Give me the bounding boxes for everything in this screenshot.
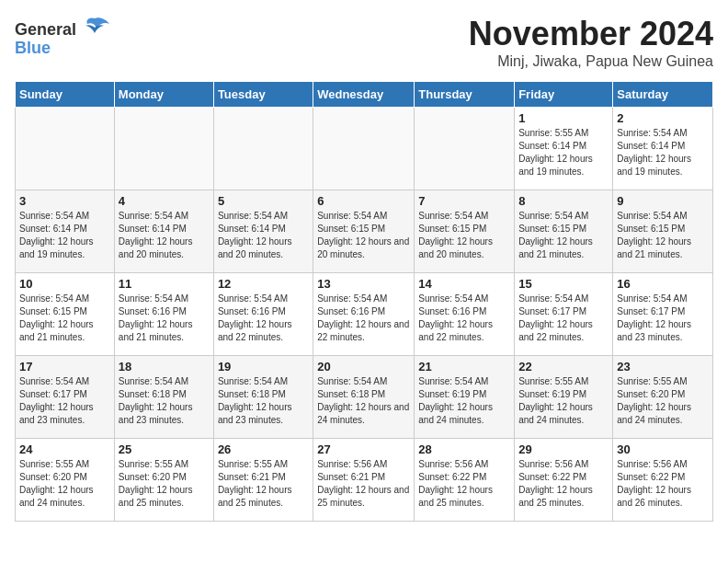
day-number: 8 (518, 194, 609, 208)
day-info: Sunrise: 5:55 AMSunset: 6:20 PMDaylight:… (19, 458, 110, 510)
day-info: Sunrise: 5:54 AMSunset: 6:16 PMDaylight:… (218, 293, 309, 344)
location-title: Minj, Jiwaka, Papua New Guinea (469, 53, 713, 70)
day-number: 11 (119, 277, 210, 291)
day-number: 23 (617, 360, 709, 373)
day-number: 24 (19, 442, 110, 456)
weekday-header-cell: Sunday (16, 82, 115, 108)
calendar-day-cell: 13Sunrise: 5:54 AMSunset: 6:16 PMDayligh… (313, 273, 415, 356)
day-number: 3 (19, 194, 110, 208)
day-number: 12 (218, 277, 309, 291)
calendar-day-cell: 6Sunrise: 5:54 AMSunset: 6:15 PMDaylight… (313, 190, 415, 273)
calendar-day-cell: 10Sunrise: 5:54 AMSunset: 6:15 PMDayligh… (16, 273, 115, 356)
calendar-day-cell: 24Sunrise: 5:55 AMSunset: 6:20 PMDayligh… (16, 439, 115, 522)
day-info: Sunrise: 5:54 AMSunset: 6:18 PMDaylight:… (119, 375, 210, 427)
day-info: Sunrise: 5:55 AMSunset: 6:19 PMDaylight:… (518, 375, 609, 427)
calendar-day-cell: 25Sunrise: 5:55 AMSunset: 6:20 PMDayligh… (114, 439, 213, 522)
calendar-day-cell (313, 108, 415, 190)
day-number: 30 (617, 442, 709, 456)
day-number: 27 (317, 442, 410, 456)
day-info: Sunrise: 5:56 AMSunset: 6:21 PMDaylight:… (317, 458, 410, 510)
calendar-week-row: 10Sunrise: 5:54 AMSunset: 6:15 PMDayligh… (16, 273, 713, 356)
day-number: 20 (317, 360, 410, 373)
page-header: General Blue November 2024 Minj, Jiwaka,… (15, 15, 713, 70)
logo-blue-text: Blue (15, 39, 51, 58)
day-info: Sunrise: 5:55 AMSunset: 6:14 PMDaylight:… (518, 127, 609, 178)
day-number: 4 (119, 194, 210, 208)
calendar-day-cell: 23Sunrise: 5:55 AMSunset: 6:20 PMDayligh… (613, 356, 713, 439)
calendar-day-cell: 1Sunrise: 5:55 AMSunset: 6:14 PMDaylight… (515, 108, 613, 190)
weekday-header-cell: Saturday (613, 82, 713, 108)
calendar-day-cell: 4Sunrise: 5:54 AMSunset: 6:14 PMDaylight… (114, 190, 213, 273)
calendar-day-cell: 30Sunrise: 5:56 AMSunset: 6:22 PMDayligh… (613, 439, 713, 522)
day-info: Sunrise: 5:54 AMSunset: 6:16 PMDaylight:… (418, 293, 510, 344)
calendar-day-cell: 16Sunrise: 5:54 AMSunset: 6:17 PMDayligh… (613, 273, 713, 356)
calendar-table: SundayMondayTuesdayWednesdayThursdayFrid… (15, 81, 713, 522)
title-area: November 2024 Minj, Jiwaka, Papua New Gu… (469, 15, 713, 70)
day-number: 5 (218, 194, 309, 208)
weekday-header-row: SundayMondayTuesdayWednesdayThursdayFrid… (16, 82, 713, 108)
calendar-day-cell: 22Sunrise: 5:55 AMSunset: 6:19 PMDayligh… (515, 356, 613, 439)
calendar-day-cell: 8Sunrise: 5:54 AMSunset: 6:15 PMDaylight… (515, 190, 613, 273)
day-info: Sunrise: 5:54 AMSunset: 6:17 PMDaylight:… (617, 293, 709, 344)
day-number: 1 (518, 111, 609, 125)
day-number: 6 (317, 194, 410, 208)
calendar-day-cell: 19Sunrise: 5:54 AMSunset: 6:18 PMDayligh… (213, 356, 313, 439)
day-number: 13 (317, 277, 410, 291)
day-number: 10 (19, 277, 110, 291)
day-info: Sunrise: 5:54 AMSunset: 6:15 PMDaylight:… (617, 210, 709, 261)
calendar-week-row: 17Sunrise: 5:54 AMSunset: 6:17 PMDayligh… (16, 356, 713, 439)
calendar-day-cell: 28Sunrise: 5:56 AMSunset: 6:22 PMDayligh… (415, 439, 515, 522)
calendar-day-cell: 29Sunrise: 5:56 AMSunset: 6:22 PMDayligh… (515, 439, 613, 522)
day-number: 21 (418, 360, 510, 373)
calendar-day-cell: 21Sunrise: 5:54 AMSunset: 6:19 PMDayligh… (415, 356, 515, 439)
day-info: Sunrise: 5:54 AMSunset: 6:14 PMDaylight:… (218, 210, 309, 261)
day-info: Sunrise: 5:54 AMSunset: 6:14 PMDaylight:… (119, 210, 210, 261)
calendar-day-cell: 27Sunrise: 5:56 AMSunset: 6:21 PMDayligh… (313, 439, 415, 522)
day-info: Sunrise: 5:55 AMSunset: 6:21 PMDaylight:… (218, 458, 309, 510)
day-info: Sunrise: 5:54 AMSunset: 6:14 PMDaylight:… (19, 210, 110, 261)
day-info: Sunrise: 5:54 AMSunset: 6:15 PMDaylight:… (317, 210, 410, 261)
calendar-day-cell: 9Sunrise: 5:54 AMSunset: 6:15 PMDaylight… (613, 190, 713, 273)
calendar-day-cell: 11Sunrise: 5:54 AMSunset: 6:16 PMDayligh… (114, 273, 213, 356)
day-info: Sunrise: 5:55 AMSunset: 6:20 PMDaylight:… (617, 375, 709, 427)
logo: General Blue (15, 15, 111, 58)
calendar-day-cell (415, 108, 515, 190)
day-info: Sunrise: 5:54 AMSunset: 6:19 PMDaylight:… (418, 375, 510, 427)
calendar-week-row: 1Sunrise: 5:55 AMSunset: 6:14 PMDaylight… (16, 108, 713, 190)
day-info: Sunrise: 5:54 AMSunset: 6:15 PMDaylight:… (418, 210, 510, 261)
weekday-header-cell: Tuesday (213, 82, 313, 108)
day-number: 22 (518, 360, 609, 373)
day-info: Sunrise: 5:54 AMSunset: 6:16 PMDaylight:… (119, 293, 210, 344)
day-number: 17 (19, 360, 110, 373)
calendar-day-cell: 15Sunrise: 5:54 AMSunset: 6:17 PMDayligh… (515, 273, 613, 356)
day-number: 2 (617, 111, 709, 125)
day-number: 7 (418, 194, 510, 208)
weekday-header-cell: Monday (114, 82, 213, 108)
calendar-day-cell: 2Sunrise: 5:54 AMSunset: 6:14 PMDaylight… (613, 108, 713, 190)
calendar-day-cell: 26Sunrise: 5:55 AMSunset: 6:21 PMDayligh… (213, 439, 313, 522)
day-number: 25 (119, 442, 210, 456)
day-number: 26 (218, 442, 309, 456)
calendar-day-cell: 12Sunrise: 5:54 AMSunset: 6:16 PMDayligh… (213, 273, 313, 356)
calendar-day-cell: 7Sunrise: 5:54 AMSunset: 6:15 PMDaylight… (415, 190, 515, 273)
day-info: Sunrise: 5:54 AMSunset: 6:18 PMDaylight:… (218, 375, 309, 427)
day-info: Sunrise: 5:54 AMSunset: 6:14 PMDaylight:… (617, 127, 709, 178)
calendar-week-row: 3Sunrise: 5:54 AMSunset: 6:14 PMDaylight… (16, 190, 713, 273)
day-info: Sunrise: 5:56 AMSunset: 6:22 PMDaylight:… (518, 458, 609, 510)
weekday-header-cell: Wednesday (313, 82, 415, 108)
day-number: 29 (518, 442, 609, 456)
month-title: November 2024 (469, 15, 713, 53)
day-info: Sunrise: 5:54 AMSunset: 6:15 PMDaylight:… (518, 210, 609, 261)
day-number: 16 (617, 277, 709, 291)
calendar-week-row: 24Sunrise: 5:55 AMSunset: 6:20 PMDayligh… (16, 439, 713, 522)
calendar-day-cell: 3Sunrise: 5:54 AMSunset: 6:14 PMDaylight… (16, 190, 115, 273)
calendar-day-cell (213, 108, 313, 190)
calendar-day-cell: 14Sunrise: 5:54 AMSunset: 6:16 PMDayligh… (415, 273, 515, 356)
day-info: Sunrise: 5:55 AMSunset: 6:20 PMDaylight:… (119, 458, 210, 510)
logo-bird-icon (78, 15, 111, 44)
day-number: 28 (418, 442, 510, 456)
calendar-day-cell (114, 108, 213, 190)
day-info: Sunrise: 5:56 AMSunset: 6:22 PMDaylight:… (617, 458, 709, 510)
day-number: 18 (119, 360, 210, 373)
calendar-day-cell: 20Sunrise: 5:54 AMSunset: 6:18 PMDayligh… (313, 356, 415, 439)
